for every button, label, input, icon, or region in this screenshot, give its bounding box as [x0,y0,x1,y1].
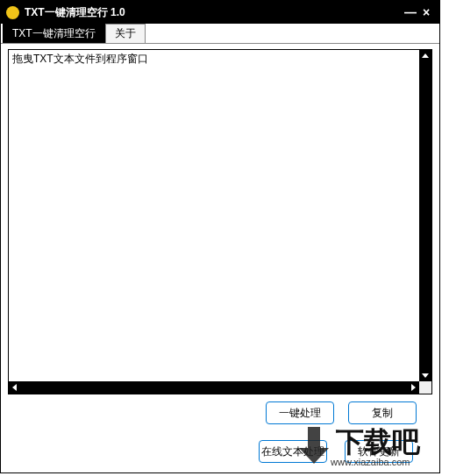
online-process-button[interactable]: 在线文本处理 [259,440,327,463]
scrollbar-corner [419,381,431,394]
close-button[interactable]: × [418,6,434,18]
minimize-button[interactable]: — [403,6,418,18]
titlebar: TXT一键清理空行 1.0 — × [1,1,439,24]
scroll-down-icon[interactable] [422,373,429,378]
button-row-1: 一键处理 复制 [8,401,432,424]
scroll-up-icon[interactable] [422,53,429,58]
process-button-label: 一键处理 [279,406,321,421]
horizontal-scrollbar[interactable] [9,381,419,394]
window-title: TXT一键清理空行 1.0 [25,5,403,20]
tab-main[interactable]: TXT一键清理空行 [3,24,105,43]
app-icon [6,6,19,19]
online-process-button-label: 在线文本处理 [261,444,324,459]
tab-about-label: 关于 [115,26,136,41]
tab-main-label: TXT一键清理空行 [12,26,96,41]
update-button-label: 软件更新 [358,444,400,459]
scroll-right-icon[interactable] [411,384,416,391]
text-area-content[interactable]: 拖曳TXT文本文件到程序窗口 [9,50,419,381]
tab-bar: TXT一键清理空行 关于 [1,24,439,44]
copy-button[interactable]: 复制 [348,401,417,424]
text-area[interactable]: 拖曳TXT文本文件到程序窗口 [8,49,432,394]
update-button[interactable]: 软件更新 [345,440,413,463]
tab-about[interactable]: 关于 [105,24,146,43]
copy-button-label: 复制 [372,406,393,421]
button-row-2: 在线文本处理 软件更新 [8,440,432,463]
content-area: 拖曳TXT文本文件到程序窗口 一键处理 复制 在线文本处理 [1,44,439,472]
vertical-scrollbar[interactable] [419,50,431,381]
app-window: TXT一键清理空行 1.0 — × TXT一键清理空行 关于 拖曳TXT文本文件… [0,0,440,473]
scroll-left-icon[interactable] [12,384,17,391]
process-button[interactable]: 一键处理 [266,401,334,424]
